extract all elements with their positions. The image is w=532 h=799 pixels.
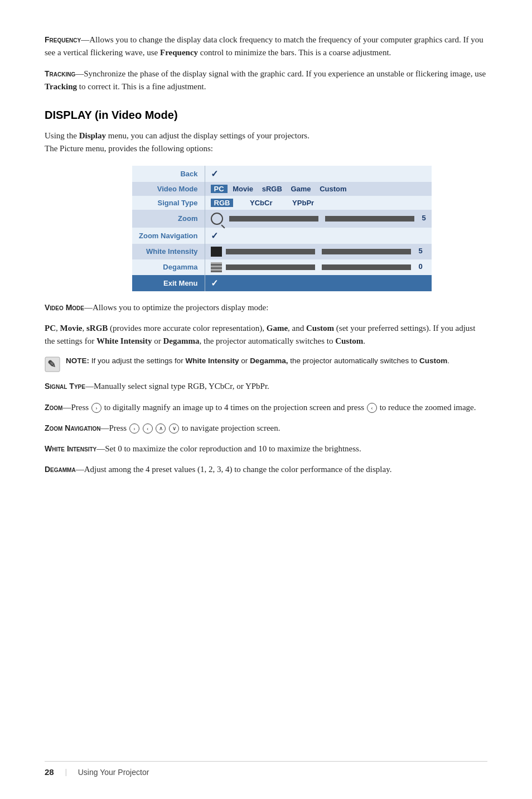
left-nav-icon: ‹ (143, 423, 153, 434)
zoom-paragraph: Zoom—Press › to digitally magnify an ima… (45, 401, 487, 414)
up-nav-icon: ∧ (156, 423, 166, 434)
deg-slider2 (322, 264, 411, 270)
signaltype-term: Signal Type (45, 382, 85, 391)
svg-text:✎: ✎ (47, 359, 56, 370)
menu-content-whiteintensity: 5 (205, 244, 432, 259)
tracking-paragraph: Tracking—Synchronize the phase of the di… (45, 68, 487, 94)
white-intensity-icon (211, 247, 222, 257)
menu-content-signaltype: RGB YCbCr YPbPr (205, 196, 432, 210)
zoomnav-paragraph: Zoom Navigation—Press › ‹ ∧ ∨ to navigat… (45, 422, 487, 435)
zoomnav-term: Zoom Navigation (45, 423, 101, 432)
menu-label-degamma: Degamma (132, 259, 205, 275)
tracking-term: Tracking (45, 69, 75, 78)
intro-paragraph: Using the Display menu, you can adjust t… (45, 129, 487, 156)
left-circle-icon: ‹ (367, 403, 377, 413)
videomode-detail: PC, Movie, sRGB (provides more accurate … (45, 322, 487, 348)
zoom-icon (211, 213, 223, 225)
display-menu-table: Back ✓ Video Mode PC Movie sRGB Game Cus… (132, 166, 432, 291)
section-title: DISPLAY (in Video Mode) (45, 109, 487, 122)
menu-row-degamma: Degamma 0 (132, 259, 432, 275)
down-nav-icon: ∨ (169, 423, 179, 434)
page-number: 28 (45, 767, 54, 777)
menu-content-videomode: PC Movie sRGB Game Custom (205, 182, 432, 196)
menu-row-signaltype: Signal Type RGB YCbCr YPbPr (132, 196, 432, 210)
menu-content-back: ✓ (205, 166, 432, 182)
right-circle-icon: › (91, 403, 101, 413)
menu-row-zoom: Zoom 5 (132, 210, 432, 228)
degamma-term: Degamma (45, 465, 76, 474)
menu-row-videomode: Video Mode PC Movie sRGB Game Custom (132, 182, 432, 196)
videomode-term: Video Mode (45, 303, 84, 312)
menu-label-zoomnav: Zoom Navigation (132, 228, 205, 244)
menu-content-zoomnav: ✓ (205, 228, 432, 244)
page-label: Using Your Projector (78, 768, 149, 777)
frequency-paragraph: Frequency—Allows you to change the displ… (45, 33, 487, 60)
wi-slider (226, 249, 315, 254)
menu-row-whiteintensity: White Intensity 5 (132, 244, 432, 259)
signaltype-paragraph: Signal Type—Manually select signal type … (45, 380, 487, 393)
right-nav-icon: › (129, 423, 139, 434)
menu-content-exitmenu: ✓ (205, 275, 432, 291)
menu-label-whiteintensity: White Intensity (132, 244, 205, 259)
menu-container: Back ✓ Video Mode PC Movie sRGB Game Cus… (132, 166, 400, 291)
menu-label-videomode: Video Mode (132, 182, 205, 196)
zoom-term: Zoom (45, 403, 62, 412)
note-box: ✎ NOTE: If you adjust the settings for W… (45, 355, 487, 372)
menu-label-exitmenu: Exit Menu (132, 275, 205, 291)
whiteintensity-paragraph: White Intensity—Set 0 to maximize the co… (45, 442, 487, 455)
menu-content-degamma: 0 (205, 259, 432, 275)
whiteintensity-term: White Intensity (45, 444, 96, 453)
degamma-paragraph: Degamma—Adjust among the 4 preset values… (45, 463, 487, 476)
menu-row-zoomnav: Zoom Navigation ✓ (132, 228, 432, 244)
zoom-slider2 (325, 216, 414, 222)
deg-slider (226, 264, 315, 270)
degamma-icon (211, 262, 222, 272)
note-text: NOTE: If you adjust the settings for Whi… (66, 355, 449, 367)
menu-row-exitmenu: Exit Menu ✓ (132, 275, 432, 291)
menu-label-zoom: Zoom (132, 210, 205, 228)
menu-label-back: Back (132, 166, 205, 182)
menu-content-zoom: 5 (205, 210, 432, 228)
frequency-term: Frequency (45, 35, 81, 44)
zoom-slider (229, 216, 318, 222)
page-footer: 28 | Using Your Projector (45, 761, 487, 777)
menu-row-back: Back ✓ (132, 166, 432, 182)
wi-slider2 (322, 249, 411, 254)
note-icon: ✎ (45, 357, 60, 372)
videomode-paragraph: Video Mode—Allows you to optimize the pr… (45, 301, 487, 314)
menu-label-signaltype: Signal Type (132, 196, 205, 210)
